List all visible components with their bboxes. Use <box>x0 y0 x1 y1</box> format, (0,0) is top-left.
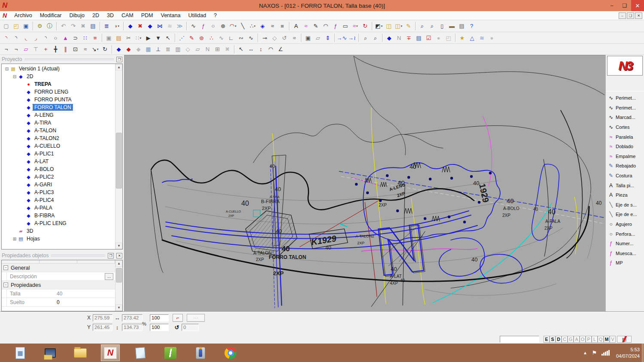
node-n-icon[interactable]: N <box>394 33 404 43</box>
pattern-points-icon[interactable]: ∷ <box>80 33 90 43</box>
revolve-icon[interactable]: ↻ <box>360 21 370 31</box>
tool-agujero[interactable]: ○Agujero <box>606 219 644 229</box>
diamond-dash-icon[interactable]: ◇ <box>183 45 193 54</box>
size-letter-p[interactable]: P <box>586 336 592 343</box>
mirror-piece-icon[interactable]: ⋈ <box>155 21 165 31</box>
scroll-down-icon[interactable]: ▼ <box>115 243 122 249</box>
tool-perimet[interactable]: ∿Perimet... <box>606 93 644 103</box>
tree-item-a-plic4[interactable]: ◆A-PLIC4 <box>2 196 115 204</box>
calculator-icon[interactable]: ▦ <box>143 45 153 54</box>
properties-dock-button[interactable]: ❒ <box>108 253 114 259</box>
magnifier-icon[interactable]: ⌕ <box>361 33 371 43</box>
zoom-out-icon[interactable]: ⌕ <box>427 21 437 31</box>
property-row-talla[interactable]: Talla40 <box>2 289 115 298</box>
project-dock-button[interactable]: ❒ <box>116 57 122 62</box>
stairs-icon[interactable]: ∟ <box>226 33 236 43</box>
gray-lump-icon[interactable]: ● <box>434 33 444 43</box>
new-shape-icon[interactable]: ◈ <box>258 21 267 31</box>
tree-item-a-plic-leng[interactable]: ◆A-PLIC LENG <box>2 219 115 227</box>
paste-nodes-icon[interactable]: ∷▾ <box>134 33 143 43</box>
scroll-thumb[interactable] <box>116 133 122 189</box>
menu-pdm[interactable]: PDM <box>137 11 157 20</box>
slot-icon[interactable]: ⊃ <box>70 33 80 43</box>
new-image-icon[interactable]: ★ <box>457 33 467 43</box>
add-point-icon[interactable]: + <box>41 45 51 54</box>
taskbar-folder-icon[interactable] <box>71 345 89 361</box>
tool-perfora[interactable]: ○Perfora... <box>606 229 644 239</box>
size-letter-c[interactable]: C <box>562 336 568 343</box>
tree-item-a-lat[interactable]: ◆A-LAT <box>2 158 115 165</box>
help-icon[interactable]: ? <box>467 21 477 31</box>
network-signal-icon[interactable] <box>601 350 610 356</box>
taskbar-calculator-icon[interactable]: ▦ <box>11 345 29 361</box>
new-file-icon[interactable]: ▢ <box>1 21 11 31</box>
size-letter-a[interactable]: A <box>574 336 580 343</box>
tree-item-a-leng[interactable]: ◆A-LENG <box>2 111 115 119</box>
hand-icon[interactable]: ● <box>487 33 497 43</box>
columns-icon[interactable]: ▥ <box>173 45 183 54</box>
size-letter-q[interactable]: Q <box>598 336 604 343</box>
property-value[interactable]: 40 <box>55 291 115 297</box>
piece-icon[interactable]: ◆ <box>145 21 155 31</box>
clock[interactable]: 5:53 04/07/2024 <box>616 347 640 359</box>
menu-3d[interactable]: 3D <box>103 11 118 20</box>
copy-object-icon[interactable]: ▣ <box>303 33 313 43</box>
smooth-curve-icon[interactable]: ≈ <box>267 21 277 31</box>
fold-icon[interactable]: ◫ <box>384 21 394 31</box>
rotate-icon[interactable]: ↺ <box>173 324 180 331</box>
curve-pen-icon[interactable]: ƒ <box>198 21 208 31</box>
save-icon[interactable]: ▣ <box>21 21 31 31</box>
new-piece-icon[interactable]: ◆ <box>125 21 135 31</box>
split-piece-icon[interactable]: ◆ <box>384 33 394 43</box>
tree-item-a-plic1[interactable]: ◆A-PLIC1 <box>2 150 115 158</box>
wave-magenta-icon[interactable]: ≈ <box>301 21 311 31</box>
smooth-gray-icon[interactable]: ≈ <box>289 33 299 43</box>
taskbar-notepad-icon[interactable] <box>131 345 149 361</box>
menu-[interactable]: ? <box>210 11 221 20</box>
function-curve-icon[interactable]: ƒ <box>331 21 340 31</box>
width-icon[interactable]: ↔ <box>246 45 256 54</box>
project-panel-header[interactable]: Proyecto ❒ <box>0 55 124 64</box>
print-icon[interactable]: ▤ <box>457 21 467 31</box>
knot-icon[interactable]: ∾ <box>236 33 246 43</box>
wavy-icon[interactable]: ≈▾ <box>350 21 360 31</box>
tool-costura[interactable]: ✎Costura <box>606 171 644 181</box>
tool-paralela[interactable]: ≈Paralela <box>606 132 644 142</box>
wave-x-icon[interactable]: ≈ <box>80 45 90 54</box>
cursor-move-icon[interactable]: ↖ <box>236 45 246 54</box>
height-icon[interactable]: ↕ <box>256 45 266 54</box>
tree-item-versi-n-1-actual[interactable]: ⊟▩Versión 1 (Actual) <box>2 65 115 73</box>
menu-archivo[interactable]: Archivo <box>10 11 36 20</box>
tool-perimet[interactable]: ∿Perimet... <box>606 103 644 113</box>
wave2-icon[interactable]: ∿ <box>246 33 256 43</box>
settings-gears-icon[interactable]: ⚙ <box>35 21 45 31</box>
collapse-group-icon[interactable]: − <box>3 283 8 287</box>
tree-item-2d[interactable]: ⊟◆2D <box>2 73 115 80</box>
tree-item-a-talon2[interactable]: ◆A-TALON2 <box>2 134 115 142</box>
taskbar-glue-icon[interactable] <box>191 345 210 361</box>
scale-icon[interactable]: ▱ <box>313 33 323 43</box>
property-row-descripci-n[interactable]: Descripción... <box>2 272 115 281</box>
hash-icon[interactable]: ∥ <box>61 45 70 54</box>
node-n2-icon[interactable]: N <box>203 45 213 54</box>
pin-icon[interactable]: ⊸ <box>260 33 270 43</box>
menu-modificar[interactable]: Modificar <box>36 11 66 20</box>
panel-grip[interactable] <box>24 58 114 61</box>
scroll-up-icon[interactable]: ▲ <box>115 260 122 267</box>
zoom-page-icon[interactable]: ▯ <box>437 21 447 31</box>
collapse-group-icon[interactable]: − <box>3 265 8 270</box>
scale-y-input[interactable]: 100 <box>150 324 169 331</box>
copy-icon[interactable]: ▣ <box>104 33 114 43</box>
corner-b-icon[interactable]: ¬ <box>11 45 21 54</box>
size-run-input[interactable] <box>500 336 539 343</box>
tree-item-a-cuello[interactable]: ◆A-CUELLO <box>2 142 115 150</box>
move-icon[interactable]: ╋ <box>51 45 61 54</box>
property-value[interactable]: 0 <box>55 299 115 305</box>
pin-down-icon[interactable]: ⊥ <box>153 45 163 54</box>
layers-icon[interactable]: ≣ <box>102 21 112 31</box>
tree-item-hojas[interactable]: ⊞▤Hojas <box>2 235 115 243</box>
size-letter-v[interactable]: V <box>610 336 616 343</box>
play-icon[interactable]: ▶ <box>143 33 153 43</box>
tool-mp[interactable]: ƒMP <box>606 258 644 268</box>
trim-corner-icon[interactable]: ◟ <box>21 33 31 43</box>
